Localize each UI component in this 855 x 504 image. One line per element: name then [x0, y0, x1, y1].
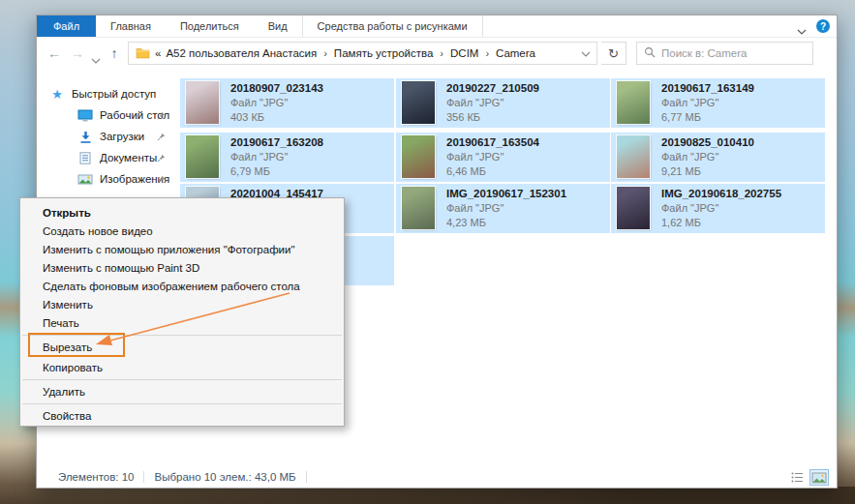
address-bar[interactable]: « A52 пользователя Анастасия › Память ус…: [128, 42, 597, 65]
file-thumbnail: [402, 135, 435, 178]
file-tile[interactable]: 20190617_163504 Файл "JPG" 6,46 МБ: [396, 133, 610, 182]
file-name: IMG_20190617_152301: [446, 187, 606, 201]
pin-icon: [157, 153, 166, 164]
file-size: 6,79 МБ: [230, 164, 390, 179]
expand-ribbon-chevron-icon[interactable]: [796, 22, 808, 30]
file-name: 20190617_163208: [230, 135, 390, 150]
menu-item-edit[interactable]: Изменить: [20, 295, 344, 314]
file-tile[interactable]: 20180907_023143 Файл "JPG" 403 КБ: [180, 78, 394, 128]
forward-button[interactable]: →: [68, 45, 87, 61]
status-divider: [143, 471, 144, 483]
thumbnails-view-button[interactable]: [809, 469, 829, 486]
help-icon[interactable]: ?: [816, 19, 830, 33]
sidebar-item-desktop[interactable]: Рабочий стол: [37, 104, 173, 126]
file-name: IMG_20190618_202755: [661, 187, 821, 201]
file-name: 20190617_163504: [446, 135, 606, 150]
file-type: Файл "JPG": [446, 201, 606, 216]
breadcrumb-segment[interactable]: DCIM: [450, 47, 478, 59]
file-thumbnail: [402, 187, 435, 229]
menu-separator: [22, 379, 342, 380]
file-size: 9,21 МБ: [661, 164, 821, 179]
address-dropdown-chevron-icon[interactable]: [581, 47, 591, 59]
sidebar-item-label: Документы: [100, 152, 157, 163]
items-count: Элементов: 10: [58, 471, 134, 483]
file-type: Файл "JPG": [446, 96, 606, 110]
ribbon-tab-bar: Файл Главная Поделиться Вид Средства раб…: [37, 15, 837, 38]
file-tile[interactable]: 20190825_010410 Файл "JPG" 9,21 МБ: [611, 133, 825, 182]
menu-item-edit-with-photos[interactable]: Изменить с помощью приложения "Фотографи…: [20, 240, 344, 259]
sidebar-item-quick-access[interactable]: ★ Быстрый доступ: [37, 83, 173, 104]
file-type: Файл "JPG": [230, 150, 390, 164]
file-type: Файл "JPG": [446, 150, 606, 164]
tab-file[interactable]: Файл: [37, 15, 96, 37]
tab-picture-tools[interactable]: Средства работы с рисунками: [302, 15, 483, 37]
file-tile[interactable]: 20190227_210509 Файл "JPG" 356 КБ: [396, 78, 610, 128]
pictures-icon: [77, 174, 93, 185]
breadcrumb-separator: ›: [438, 47, 445, 59]
sidebar-item-documents[interactable]: Документы: [37, 147, 173, 168]
search-box[interactable]: Поиск в: Camera: [636, 42, 813, 65]
menu-item-create-video[interactable]: Создать новое видео: [20, 222, 344, 241]
file-thumbnail: [617, 187, 650, 229]
pin-icon: [157, 110, 166, 122]
breadcrumb-prefix: «: [155, 47, 161, 59]
file-name: 20190617_163149: [661, 81, 821, 96]
file-name: 20190825_010410: [661, 135, 821, 150]
file-name: 20180907_023143: [230, 81, 390, 96]
menu-item-properties[interactable]: Свойства: [20, 406, 344, 426]
downloads-icon: [77, 131, 93, 143]
file-size: 6,46 МБ: [446, 164, 606, 179]
file-thumbnail: [617, 81, 650, 124]
file-tile[interactable]: IMG_20190617_152301 Файл "JPG" 4,23 МБ: [396, 184, 610, 233]
file-type: Файл "JPG": [661, 96, 821, 110]
sidebar-item-pictures[interactable]: Изображения: [37, 168, 173, 190]
sidebar-item-label: Быстрый доступ: [72, 88, 156, 100]
file-tile[interactable]: 20190617_163208 Файл "JPG" 6,79 МБ: [180, 133, 394, 182]
file-size: 356 КБ: [446, 110, 606, 125]
menu-item-delete[interactable]: Удалить: [20, 382, 344, 401]
file-size: 1,62 МБ: [661, 216, 821, 230]
details-view-button[interactable]: [787, 469, 807, 486]
quick-access-star-icon: ★: [49, 88, 65, 101]
annotation-highlight-box: [28, 333, 125, 357]
documents-icon: [77, 152, 93, 164]
pin-icon: [157, 132, 166, 143]
navigation-bar: ← → ↑ « A52 пользователя Анастасия › Пам…: [37, 39, 837, 68]
folder-icon: [135, 47, 150, 59]
menu-item-print[interactable]: Печать: [20, 313, 344, 333]
file-type: Файл "JPG": [230, 96, 390, 110]
file-thumbnail: [186, 135, 219, 178]
pin-icon: [157, 174, 166, 186]
status-divider: [306, 471, 307, 483]
file-thumbnail: [617, 135, 650, 178]
tab-home[interactable]: Главная: [96, 15, 166, 37]
file-type: Файл "JPG": [661, 201, 821, 216]
breadcrumb-segment[interactable]: A52 пользователя Анастасия: [166, 47, 317, 59]
file-tile[interactable]: 20190617_163149 Файл "JPG" 6,77 МБ: [611, 78, 825, 128]
file-tile[interactable]: IMG_20190618_202755 Файл "JPG" 1,62 МБ: [611, 184, 825, 233]
menu-item-open[interactable]: Открыть: [20, 203, 344, 222]
refresh-button[interactable]: ↻: [601, 42, 626, 65]
context-menu: Открыть Создать новое видео Изменить с п…: [19, 197, 345, 427]
breadcrumb-segment[interactable]: Память устройства: [334, 47, 434, 59]
tab-view[interactable]: Вид: [254, 15, 302, 37]
desktop-background: [0, 487, 855, 504]
sidebar-item-downloads[interactable]: Загрузки: [37, 126, 173, 147]
menu-item-copy[interactable]: Копировать: [20, 358, 344, 377]
tab-share[interactable]: Поделиться: [166, 15, 254, 37]
menu-separator: [22, 403, 342, 404]
desktop-icon: [77, 109, 93, 122]
up-button[interactable]: ↑: [105, 45, 124, 61]
file-name: 20190227_210509: [446, 81, 606, 96]
menu-item-edit-with-paint3d[interactable]: Изменить с помощью Paint 3D: [20, 258, 344, 278]
menu-item-set-as-wallpaper[interactable]: Сделать фоновым изображением рабочего ст…: [20, 277, 344, 296]
breadcrumb-separator: ›: [483, 47, 491, 59]
search-placeholder: Поиск в: Camera: [661, 47, 747, 59]
back-button[interactable]: ←: [45, 45, 64, 61]
search-icon: [644, 44, 656, 62]
recent-locations-chevron-icon[interactable]: [91, 50, 101, 56]
breadcrumb-segment[interactable]: Camera: [496, 47, 535, 59]
sidebar-item-label: Загрузки: [100, 131, 144, 142]
file-size: 6,77 МБ: [661, 110, 821, 125]
status-bar: Элементов: 10 Выбрано 10 элем.: 43,0 МБ: [37, 466, 837, 488]
